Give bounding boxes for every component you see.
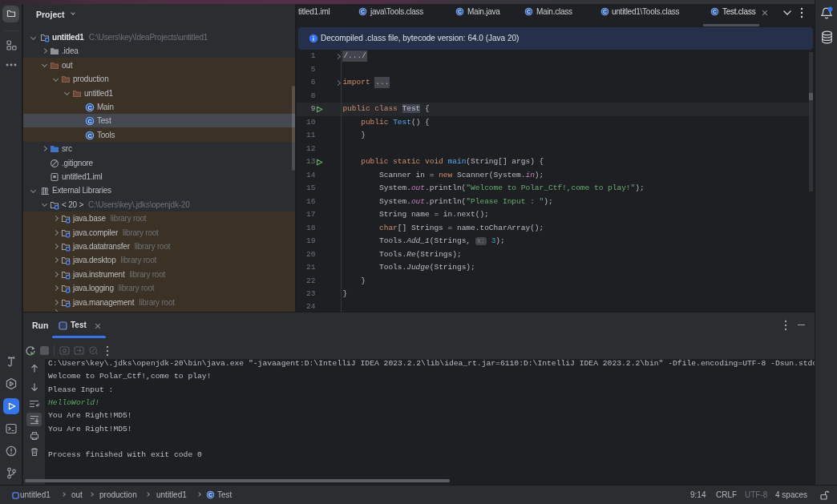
svg-text:C: C — [88, 131, 92, 139]
svg-text:C: C — [361, 9, 365, 14]
svg-text:C: C — [527, 9, 531, 14]
svg-text:C: C — [88, 104, 92, 111]
svg-text:C: C — [208, 492, 212, 498]
svg-text:C: C — [713, 9, 717, 14]
svg-text:C: C — [88, 118, 92, 125]
svg-text:C: C — [603, 9, 607, 14]
svg-text:C: C — [458, 9, 462, 14]
